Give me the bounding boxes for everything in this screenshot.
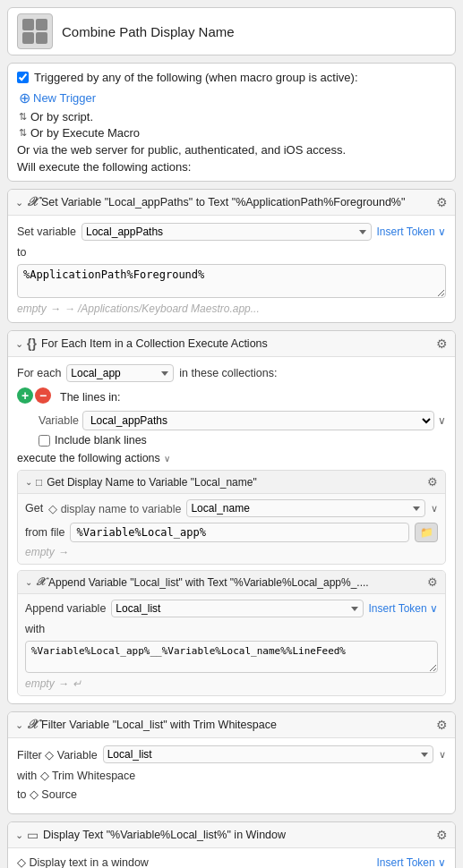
include-blank-row: Include blank lines: [39, 434, 446, 447]
execute-macro-trigger-item[interactable]: ⇅ Or by Execute Macro: [19, 126, 446, 140]
execute-label: execute the following actions: [17, 452, 160, 464]
trigger-checkbox[interactable]: [17, 72, 29, 83]
display-text-icon: ▭: [27, 828, 39, 842]
filter-label: Filter ◇ Variable: [17, 748, 98, 762]
append-variable-icon: 𝒳: [36, 575, 44, 589]
get-display-name-header: ⌄ □ Get Display Name to Variable "Local_…: [18, 471, 445, 494]
get-display-name-body: Get ◇ display name to variable Local_nam…: [18, 494, 445, 564]
add-collection-button[interactable]: +: [17, 387, 33, 404]
gear-icon-5[interactable]: ⚙: [436, 718, 448, 732]
trigger-checkbox-label: Triggered by any of the following (when …: [34, 71, 358, 84]
for-each-variable-select[interactable]: Local_app: [66, 364, 174, 382]
macro-header: Combine Path Display Name: [7, 7, 456, 55]
collapse-icon-3[interactable]: ⌄: [25, 477, 32, 487]
append-text-field[interactable]: %Variable%Local_app%__%Variable%Local_na…: [25, 641, 438, 673]
svg-rect-2: [22, 32, 34, 44]
via-server-text: Or via the web server for public, authen…: [17, 143, 446, 157]
append-label: Append variable: [25, 602, 106, 615]
execute-row: execute the following actions ∨: [17, 452, 446, 464]
script-arrow-icon: ⇅: [19, 111, 27, 123]
with-trim-label: with ◇ Trim Whitespace: [17, 769, 135, 782]
filter-variable-header: ⌄ 𝒳 Filter Variable "Local_list" with Tr…: [8, 712, 455, 738]
collapse-icon-4[interactable]: ⌄: [25, 577, 32, 587]
variable-row: Variable Local_appPaths ∨: [39, 411, 446, 430]
append-variable-title: Append Variable "Local_list" with Text "…: [48, 576, 422, 589]
lines-control-row: + − The lines in:: [17, 387, 446, 407]
variable-select[interactable]: Local_appPaths: [81, 223, 372, 241]
set-variable-label: Set variable: [17, 226, 76, 238]
append-variable-header: ⌄ 𝒳 Append Variable "Local_list" with Te…: [18, 571, 445, 594]
filter-variable-icon: 𝒳: [27, 718, 37, 732]
filter-row: Filter ◇ Variable Local_list ∨: [17, 745, 446, 763]
include-blank-checkbox[interactable]: [39, 435, 50, 447]
filter-variable-title: Filter Variable "Local_list" with Trim W…: [41, 719, 431, 731]
append-insert-token-button[interactable]: Insert Token ∨: [369, 602, 438, 615]
get-display-name-title: Get Display Name to Variable "Local_name…: [47, 476, 422, 489]
macro-title: Combine Path Display Name: [62, 24, 235, 39]
to-source-label: to ◇ Source: [17, 787, 77, 801]
gear-icon-4[interactable]: ⚙: [427, 575, 438, 589]
display-text-action: ⌄ ▭ Display Text "%Variable%Local_list%"…: [7, 821, 456, 868]
gear-icon[interactable]: ⚙: [436, 195, 448, 209]
folder-icon[interactable]: 📁: [415, 523, 438, 542]
from-file-row: from file 📁: [25, 523, 438, 542]
script-trigger-item[interactable]: ⇅ Or by script.: [19, 110, 446, 123]
sub-empty-hint: empty →: [25, 546, 438, 558]
display-name-variable-select[interactable]: Local_name: [186, 499, 425, 517]
append-variable-select[interactable]: Local_list: [111, 600, 363, 617]
display-text-label: ◇ Display text in a window: [17, 855, 149, 868]
variable-paths-select[interactable]: Local_appPaths: [82, 411, 434, 430]
new-trigger-button[interactable]: ⊕ New Trigger: [19, 89, 96, 106]
from-label: from file: [25, 526, 64, 539]
display-label: ◇ display name to variable: [48, 502, 181, 515]
display-text-body: ◇ Display text in a window Insert Token …: [8, 848, 455, 868]
trigger-checkbox-row: Triggered by any of the following (when …: [17, 71, 446, 84]
set-variable-body: Set variable Local_appPaths Insert Token…: [8, 216, 455, 322]
for-each-title: For Each Item in a Collection Execute Ac…: [41, 337, 431, 350]
svg-rect-3: [36, 32, 47, 44]
collapse-icon-2[interactable]: ⌄: [15, 338, 23, 350]
plus-icon: ⊕: [19, 89, 30, 106]
append-empty-hint: empty → ↵: [25, 677, 438, 690]
for-each-action: ⌄ {} For Each Item in a Collection Execu…: [7, 330, 456, 704]
gear-icon-6[interactable]: ⚙: [436, 828, 448, 842]
chevron-down-icon: ∨: [438, 414, 446, 427]
set-variable-icon: 𝒳: [27, 195, 37, 209]
to-source-row: to ◇ Source: [17, 787, 446, 801]
file-field[interactable]: [70, 523, 409, 542]
for-each-body: For each Local_app in these collections:…: [8, 357, 455, 703]
svg-rect-1: [36, 19, 47, 30]
display-text-row: ◇ Display text in a window Insert Token …: [17, 855, 446, 868]
filter-variable-body: Filter ◇ Variable Local_list ∨ with ◇ Tr…: [8, 738, 455, 813]
display-text-title: Display Text "%Variable%Local_list%" in …: [43, 829, 431, 841]
display-text-header: ⌄ ▭ Display Text "%Variable%Local_list%"…: [8, 822, 455, 848]
append-variable-action: ⌄ 𝒳 Append Variable "Local_list" with Te…: [17, 570, 446, 696]
set-variable-row: Set variable Local_appPaths Insert Token…: [17, 223, 446, 241]
text-value-field[interactable]: %ApplicationPath%Foreground%: [17, 264, 446, 298]
for-each-row: For each Local_app in these collections:: [17, 364, 446, 382]
with-label: with: [25, 623, 45, 635]
variable-label: Variable: [39, 414, 79, 427]
gear-icon-3[interactable]: ⚙: [427, 475, 438, 489]
execute-arrow-icon: ⇅: [19, 127, 27, 139]
insert-token-button[interactable]: Insert Token ∨: [377, 226, 446, 238]
with-trim-row: with ◇ Trim Whitespace: [17, 769, 446, 782]
execute-chevron-icon: ∨: [164, 454, 170, 464]
for-each-label: For each: [17, 367, 61, 379]
collapse-icon-5[interactable]: ⌄: [15, 719, 23, 731]
collapse-icon-6[interactable]: ⌄: [15, 830, 23, 841]
filter-variable-select[interactable]: Local_list: [103, 745, 433, 763]
get-display-name-action: ⌄ □ Get Display Name to Variable "Local_…: [17, 470, 446, 565]
for-each-header: ⌄ {} For Each Item in a Collection Execu…: [8, 331, 455, 357]
remove-collection-button[interactable]: −: [35, 387, 51, 404]
main-page: Combine Path Display Name Triggered by a…: [0, 0, 463, 868]
set-variable-header: ⌄ 𝒳 Set Variable "Local_appPaths" to Tex…: [8, 190, 455, 216]
trigger-section: Triggered by any of the following (when …: [7, 63, 456, 182]
collapse-icon[interactable]: ⌄: [15, 197, 23, 208]
to-label: to: [17, 246, 26, 259]
will-execute-text: Will execute the following actions:: [17, 160, 446, 174]
for-each-icon: {}: [27, 336, 37, 351]
with-row: with: [25, 623, 438, 635]
gear-icon-2[interactable]: ⚙: [436, 336, 448, 351]
display-insert-token-button[interactable]: Insert Token ∨: [377, 856, 446, 869]
